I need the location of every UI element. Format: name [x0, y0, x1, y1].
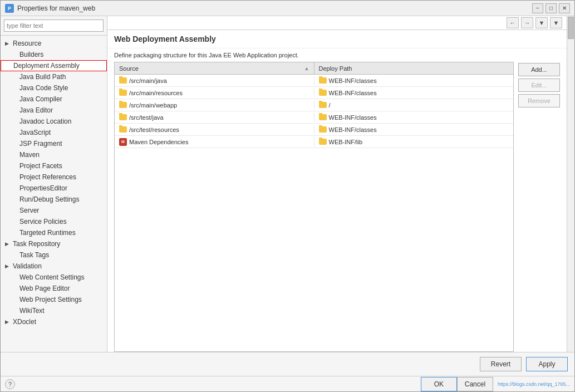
sidebar-item-21[interactable]: ▶Web Content Settings — [1, 272, 107, 283]
table-row[interactable]: MMaven Dependencies WEB-INF/lib — [115, 136, 513, 148]
revert-button[interactable]: Revert — [480, 357, 522, 371]
sidebar-item-5[interactable]: ▶Java Compiler — [1, 94, 107, 105]
sidebar-item-13[interactable]: ▶PropertiesEditor — [1, 183, 107, 194]
sidebar-item-label: JSP Fragment — [19, 140, 62, 148]
right-scrollbar[interactable] — [567, 16, 574, 352]
folder-icon — [119, 102, 127, 108]
table-row[interactable]: /src/test/resources WEB-INF/classes — [115, 124, 513, 136]
sidebar-item-label: Project Facets — [19, 162, 62, 170]
sidebar-item-2[interactable]: ▶Deployment Assembly — [1, 60, 107, 71]
window-controls: − □ ✕ — [532, 3, 570, 13]
help-button[interactable]: ? — [5, 379, 15, 389]
sidebar-item-17[interactable]: ▶Targeted Runtimes — [1, 227, 107, 238]
sidebar-item-19[interactable]: ▶Task Tags — [1, 249, 107, 261]
sidebar-item-label: Task Repository — [13, 240, 60, 248]
main-title: Web Deployment Assembly — [114, 35, 560, 43]
filter-input[interactable] — [4, 19, 104, 32]
forward-button[interactable]: → — [521, 17, 533, 28]
sidebar-item-label: Java Code Style — [19, 84, 68, 92]
folder-icon — [319, 139, 327, 145]
sidebar-item-1[interactable]: ▶Builders — [1, 49, 107, 60]
back-button[interactable]: ← — [507, 17, 519, 28]
sidebar-item-label: Targeted Runtimes — [19, 229, 76, 237]
sidebar-item-12[interactable]: ▶Project References — [1, 171, 107, 183]
deploy-path-cell: WEB-INF/classes — [314, 89, 514, 97]
sidebar-item-label: Web Page Editor — [19, 285, 70, 292]
add-button[interactable]: Add... — [518, 63, 560, 76]
table-row[interactable]: /src/main/java WEB-INF/classes — [115, 75, 513, 87]
side-buttons: Add... Edit... Remove — [518, 62, 560, 352]
sidebar-item-label: Web Content Settings — [19, 273, 85, 281]
sidebar-item-3[interactable]: ▶Java Build Path — [1, 71, 107, 82]
table-row[interactable]: /src/main/webapp / — [115, 99, 513, 111]
sidebar-item-label: Java Build Path — [19, 73, 66, 81]
main-header: Web Deployment Assembly — [107, 30, 567, 48]
deploy-path-cell: / — [314, 101, 514, 110]
sidebar-item-7[interactable]: ▶Javadoc Location — [1, 116, 107, 127]
sidebar-item-label: Javadoc Location — [19, 117, 71, 125]
maximize-button[interactable]: □ — [545, 3, 557, 13]
sidebar-item-23[interactable]: ▶Web Project Settings — [1, 294, 107, 305]
sidebar-item-9[interactable]: ▶JSP Fragment — [1, 138, 107, 149]
minimize-button[interactable]: − — [532, 3, 543, 13]
apply-button[interactable]: Apply — [526, 357, 568, 371]
sidebar-item-15[interactable]: ▶Server — [1, 205, 107, 216]
table-row[interactable]: /src/test/java WEB-INF/classes — [115, 111, 513, 124]
assembly-table: Source ▲ Deploy Path /src/main/java WEB-… — [114, 62, 514, 352]
sidebar-item-20[interactable]: ▶Validation — [1, 261, 107, 272]
deploy-path-cell: WEB-INF/classes — [314, 76, 514, 85]
window-title: Properties for maven_web — [17, 4, 532, 12]
sidebar-item-label: XDoclet — [13, 318, 36, 326]
table-area: Source ▲ Deploy Path /src/main/java WEB-… — [107, 62, 567, 352]
content-area: ▶Resource▶Builders▶Deployment Assembly▶J… — [1, 16, 574, 352]
sidebar-item-18[interactable]: ▶Task Repository — [1, 238, 107, 249]
sidebar-item-22[interactable]: ▶Web Page Editor — [1, 283, 107, 294]
ok-button[interactable]: OK — [421, 377, 457, 391]
folder-icon — [119, 77, 127, 84]
sidebar-item-10[interactable]: ▶Maven — [1, 149, 107, 160]
sidebar-item-25[interactable]: ▶XDoclet — [1, 316, 107, 327]
sidebar-item-label: Task Tags — [19, 251, 49, 259]
folder-icon — [319, 114, 327, 120]
folder-icon — [319, 90, 327, 96]
sidebar-item-8[interactable]: ▶JavaScript — [1, 127, 107, 138]
sidebar-item-16[interactable]: ▶Service Policies — [1, 216, 107, 227]
sidebar-item-label: Validation — [13, 262, 42, 270]
window-icon: P — [5, 4, 14, 13]
sidebar-item-11[interactable]: ▶Project Facets — [1, 160, 107, 171]
sidebar-item-label: Server — [19, 207, 39, 214]
footer-bar: ? OK Cancel https://blogs.csdn.net/qq_17… — [1, 376, 574, 391]
remove-button[interactable]: Remove — [518, 94, 560, 107]
sidebar-item-label: Run/Debug Settings — [19, 195, 79, 203]
sidebar-item-24[interactable]: ▶WikiText — [1, 305, 107, 316]
cancel-button[interactable]: Cancel — [457, 377, 493, 391]
menu-button[interactable]: ▼ — [550, 17, 562, 28]
sidebar-item-label: Deployment Assembly — [13, 62, 80, 70]
table-header: Source ▲ Deploy Path — [115, 62, 513, 75]
folder-icon — [119, 90, 127, 96]
filter-box — [1, 16, 107, 36]
sidebar-item-label: Maven — [19, 151, 40, 159]
sidebar-item-label: Resource — [13, 40, 41, 47]
edit-button[interactable]: Edit... — [518, 79, 560, 92]
sidebar: ▶Resource▶Builders▶Deployment Assembly▶J… — [1, 16, 107, 352]
scrollbar-thumb[interactable] — [568, 17, 574, 39]
sidebar-item-14[interactable]: ▶Run/Debug Settings — [1, 194, 107, 205]
table-row[interactable]: /src/main/resources WEB-INF/classes — [115, 87, 513, 99]
folder-icon — [119, 114, 127, 120]
deploy-path-cell: WEB-INF/classes — [314, 125, 514, 134]
folder-icon — [319, 102, 327, 108]
source-cell: /src/main/webapp — [115, 101, 314, 110]
sidebar-item-0[interactable]: ▶Resource — [1, 38, 107, 49]
source-cell: /src/test/resources — [115, 125, 314, 134]
sidebar-item-4[interactable]: ▶Java Code Style — [1, 82, 107, 94]
toolbar-row: ← → ▼ ▼ — [107, 16, 567, 30]
folder-icon — [319, 126, 327, 133]
sidebar-item-6[interactable]: ▶Java Editor — [1, 105, 107, 116]
source-cell: /src/main/resources — [115, 89, 314, 97]
close-button[interactable]: ✕ — [559, 3, 570, 13]
sidebar-item-label: JavaScript — [19, 129, 51, 136]
main-content: ← → ▼ ▼ Web Deployment Assembly Define p… — [107, 16, 567, 352]
sidebar-item-label: Web Project Settings — [19, 296, 82, 303]
dropdown-button[interactable]: ▼ — [535, 17, 548, 28]
